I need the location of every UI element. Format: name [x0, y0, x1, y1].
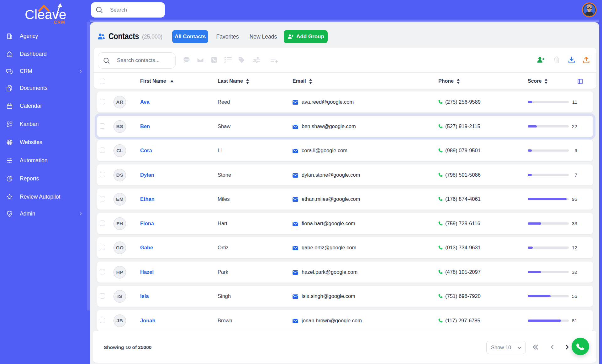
svg-text:CRM: CRM	[54, 20, 65, 25]
svg-text:SMS: SMS	[184, 59, 189, 61]
